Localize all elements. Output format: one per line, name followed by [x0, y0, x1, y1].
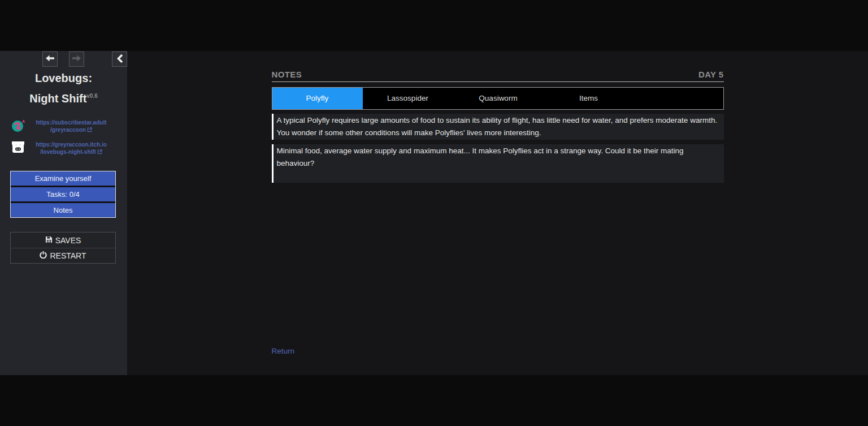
- note-entry: Minimal food, average water supply and m…: [272, 144, 724, 183]
- page: { "app": { "title_line1": "Lovebugs:", "…: [0, 0, 868, 426]
- notes-passage: NOTES DAY 5 Polyfly Lassospider Quasiwor…: [272, 51, 724, 375]
- saves-button[interactable]: SAVES: [11, 233, 115, 248]
- subscribestar-link-line2: /greyraccoon: [50, 127, 86, 133]
- itchio-link-row: https://greyraccoon.itch.io /lovebugs-ni…: [0, 140, 127, 161]
- saves-button-label: SAVES: [55, 236, 81, 245]
- chevron-left-icon: [116, 54, 123, 65]
- return-link[interactable]: Return: [272, 347, 295, 355]
- note-entry: A typical Polyfly requires large amounts…: [272, 114, 724, 140]
- tab-polyfly[interactable]: Polyfly: [272, 88, 363, 109]
- passage-area: NOTES DAY 5 Polyfly Lassospider Quasiwor…: [127, 51, 868, 375]
- history-forward-button[interactable]: [69, 51, 84, 67]
- restart-button-label: RESTART: [50, 251, 86, 260]
- itchio-link-line1: https://greyraccoon.itch.io: [36, 141, 107, 148]
- external-link-icon: [87, 127, 92, 134]
- passage-header: NOTES DAY 5: [272, 51, 724, 79]
- note-text: A typical Polyfly requires large amounts…: [277, 114, 718, 127]
- note-text: Minimal food, average water supply and m…: [277, 145, 718, 170]
- tab-lassospider[interactable]: Lassospider: [363, 88, 453, 109]
- restart-button[interactable]: RESTART: [11, 248, 115, 263]
- subscribestar-link-line1: https://subscribestar.adult: [36, 119, 106, 126]
- floppy-disk-icon: [45, 236, 53, 245]
- sidebar-collapse-button[interactable]: [112, 51, 127, 67]
- game-version: v0.6: [86, 93, 97, 99]
- svg-text:A: A: [22, 119, 25, 123]
- game-title: Lovebugs: Night Shiftv0.6: [0, 70, 127, 107]
- header-divider: [272, 81, 724, 82]
- itchio-link[interactable]: https://greyraccoon.itch.io /lovebugs-ni…: [28, 141, 114, 156]
- notes-tab-bar: Polyfly Lassospider Quasiworm Items: [272, 87, 724, 110]
- external-link-icon: [97, 149, 102, 156]
- sidebar-menu: Examine yourself Tasks: 0/4 Notes: [10, 171, 116, 218]
- subscribestar-link[interactable]: https://subscribestar.adult /greyraccoon: [28, 119, 114, 134]
- arrow-left-icon: [45, 54, 55, 64]
- subscribestar-icon: A: [11, 118, 25, 134]
- tab-items[interactable]: Items: [544, 88, 634, 109]
- history-back-button[interactable]: [42, 51, 58, 67]
- game-viewport: Lovebugs: Night Shiftv0.6 A https://subs…: [0, 51, 868, 375]
- tab-quasiworm[interactable]: Quasiworm: [453, 88, 544, 109]
- tasks-button[interactable]: Tasks: 0/4: [11, 187, 115, 201]
- subscribestar-link-row: A https://subscribestar.adult /greyracco…: [0, 118, 127, 139]
- sidebar: Lovebugs: Night Shiftv0.6 A https://subs…: [0, 51, 127, 375]
- notes-button[interactable]: Notes: [11, 203, 115, 217]
- itchio-link-line2: /lovebugs-night-shift: [40, 149, 96, 155]
- game-title-line1: Lovebugs:: [0, 70, 127, 87]
- examine-yourself-button[interactable]: Examine yourself: [11, 171, 115, 186]
- game-title-line2: Night Shiftv0.6: [0, 87, 127, 107]
- day-indicator: DAY 5: [698, 70, 724, 79]
- itchio-icon: [11, 140, 25, 156]
- system-menu: SAVES RESTART: [10, 232, 116, 264]
- arrow-right-icon: [72, 54, 81, 64]
- power-icon: [40, 251, 47, 260]
- page-title: NOTES: [272, 70, 302, 79]
- note-text: You wonder if some other conditions will…: [277, 127, 718, 139]
- note-text: [277, 170, 718, 182]
